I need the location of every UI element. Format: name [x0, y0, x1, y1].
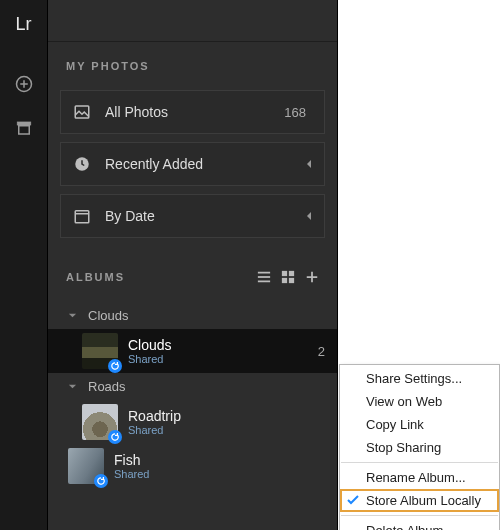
album-context-menu: Share Settings... View on Web Copy Link …	[339, 364, 500, 530]
svg-rect-1	[17, 122, 31, 125]
add-button[interactable]	[8, 68, 40, 100]
folder-name: Roads	[88, 379, 126, 394]
album-folder[interactable]: Roads	[48, 373, 337, 400]
recently-added-row[interactable]: Recently Added	[60, 142, 325, 186]
my-photos-header: MY PHOTOS	[48, 42, 337, 86]
album-item[interactable]: Clouds Shared 2	[48, 329, 337, 373]
svg-rect-6	[258, 272, 270, 274]
svg-rect-11	[282, 278, 287, 283]
ctx-view-on-web[interactable]: View on Web	[340, 390, 499, 413]
library-panel: MY PHOTOS All Photos 168 Recently Added …	[48, 0, 338, 530]
svg-rect-7	[258, 276, 270, 278]
albums-body: Clouds Clouds Shared 2 Roads	[48, 298, 337, 488]
albums-view-tools	[257, 270, 319, 284]
all-photos-label: All Photos	[105, 104, 284, 120]
albums-label: ALBUMS	[66, 271, 125, 283]
calendar-icon	[73, 207, 91, 225]
ctx-copy-link[interactable]: Copy Link	[340, 413, 499, 436]
svg-rect-8	[258, 281, 270, 283]
disclosure-down-icon	[68, 311, 78, 321]
clock-icon	[73, 155, 91, 173]
panel-top-gap	[48, 0, 337, 42]
disclosure-down-icon	[68, 382, 78, 392]
all-photos-count: 168	[284, 105, 306, 120]
album-sub: Shared	[114, 468, 329, 480]
ctx-separator	[341, 462, 498, 463]
app-logo: Lr	[15, 6, 31, 42]
album-name: Clouds	[128, 337, 318, 353]
svg-rect-5	[75, 211, 89, 223]
svg-rect-12	[289, 278, 294, 283]
recently-added-label: Recently Added	[105, 156, 304, 172]
album-item[interactable]: Roadtrip Shared	[48, 400, 337, 444]
left-rail: Lr	[0, 0, 48, 530]
view-grid-icon[interactable]	[281, 270, 295, 284]
albums-header: ALBUMS	[48, 252, 337, 298]
album-name: Roadtrip	[128, 408, 329, 424]
add-album-icon[interactable]	[305, 270, 319, 284]
caret-left-icon	[304, 211, 314, 221]
album-sub: Shared	[128, 424, 329, 436]
caret-left-icon	[304, 159, 314, 169]
photo-icon	[73, 103, 91, 121]
my-photos-label: MY PHOTOS	[66, 60, 150, 72]
ctx-separator	[341, 515, 498, 516]
all-photos-row[interactable]: All Photos 168	[60, 90, 325, 134]
folder-name: Clouds	[88, 308, 128, 323]
album-count: 2	[318, 344, 329, 359]
ctx-store-album-locally[interactable]: Store Album Locally	[340, 489, 499, 512]
ctx-share-settings[interactable]: Share Settings...	[340, 367, 499, 390]
ctx-store-album-locally-label: Store Album Locally	[366, 493, 481, 508]
by-date-label: By Date	[105, 208, 304, 224]
ctx-rename-album[interactable]: Rename Album...	[340, 466, 499, 489]
album-item[interactable]: Fish Shared	[48, 444, 337, 488]
view-list-icon[interactable]	[257, 270, 271, 284]
by-date-row[interactable]: By Date	[60, 194, 325, 238]
album-sub: Shared	[128, 353, 318, 365]
album-thumbnail	[82, 404, 118, 440]
album-thumbnail	[68, 448, 104, 484]
ctx-stop-sharing[interactable]: Stop Sharing	[340, 436, 499, 459]
sync-badge-icon	[108, 359, 122, 373]
album-name: Fish	[114, 452, 329, 468]
ctx-delete-album[interactable]: Delete Album...	[340, 519, 499, 530]
album-thumbnail	[82, 333, 118, 369]
svg-rect-9	[282, 271, 287, 276]
archive-button[interactable]	[8, 112, 40, 144]
checkmark-icon	[346, 493, 360, 507]
svg-rect-2	[18, 126, 29, 134]
sync-badge-icon	[108, 430, 122, 444]
svg-rect-10	[289, 271, 294, 276]
album-folder[interactable]: Clouds	[48, 302, 337, 329]
sync-badge-icon	[94, 474, 108, 488]
